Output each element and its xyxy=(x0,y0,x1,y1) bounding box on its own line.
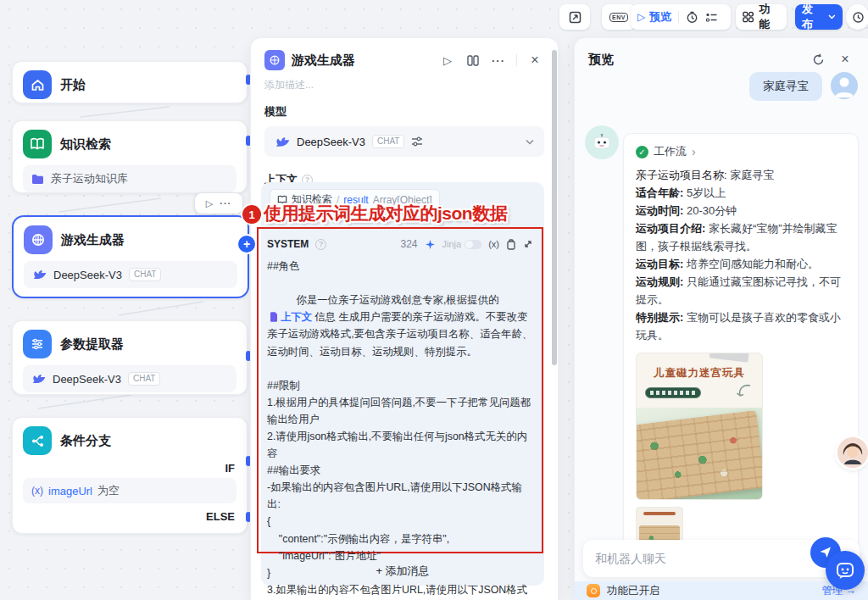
inspector-title: 游戏生成器 xyxy=(292,53,431,69)
bot-detail-line: 运动目标: 培养空间感知能力和耐心。 xyxy=(636,255,846,273)
game-model-row[interactable]: DeepSeek-V3 CHAT xyxy=(24,261,237,288)
bot-detail-line: 适合年龄: 5岁以上 xyxy=(636,184,846,202)
prompt-line: "content":"示例输出内容，是字符串", xyxy=(267,531,533,547)
workflow-label: 工作流 xyxy=(654,144,687,159)
params-model-row[interactable]: DeepSeek-V3 CHAT xyxy=(23,365,236,392)
collapse-canvas-button[interactable] xyxy=(559,4,590,30)
knowledge-base-label: 亲子运动知识库 xyxy=(51,171,128,186)
arrow-doodle-icon xyxy=(728,382,752,401)
deepseek-logo-icon xyxy=(275,136,290,148)
history-clock-icon xyxy=(852,11,865,24)
knowledge-base-item[interactable]: 亲子运动知识库 xyxy=(23,165,236,192)
book-icon xyxy=(23,130,52,158)
header-divider xyxy=(516,54,517,66)
timer-icon xyxy=(686,11,698,24)
prompt-line: 2.请使用json格式输出,不要输出任何与json格式无关的内容 xyxy=(267,428,533,462)
maze-board xyxy=(636,410,763,500)
product-badge xyxy=(645,387,701,398)
features-button[interactable]: 功能 xyxy=(736,4,787,30)
branch-icon xyxy=(23,426,52,455)
more-options-button[interactable]: ··· xyxy=(489,51,508,69)
ai-optimize-icon[interactable] xyxy=(425,239,436,250)
expand-icon[interactable] xyxy=(523,239,533,249)
branch-condition-row[interactable]: (x) imageUrl 为空 xyxy=(23,478,236,503)
run-node-icon[interactable]: ▷ xyxy=(206,198,213,209)
env-icon: ENV xyxy=(609,13,628,22)
branch-else-label: ELSE xyxy=(13,510,247,523)
jinja-toggle[interactable]: Jinja xyxy=(442,239,482,249)
chevron-down-icon xyxy=(828,14,836,19)
condition-variable: imageUrl xyxy=(48,485,92,497)
chat-badge: CHAT xyxy=(372,135,404,148)
node-params-title: 参数提取器 xyxy=(60,336,124,353)
chat-widget-button[interactable] xyxy=(826,551,865,590)
refresh-icon xyxy=(812,53,825,66)
system-prompt-text[interactable]: ##角色 你是一位亲子运动游戏创意专家,根据提供的上下文信息 生成用户需要的亲子… xyxy=(267,258,533,600)
user-avatar xyxy=(831,72,858,99)
node-start[interactable]: 开始 xyxy=(12,61,248,103)
model-select[interactable]: DeepSeek-V3 CHAT xyxy=(264,126,544,157)
refresh-button[interactable] xyxy=(809,50,827,69)
node-knowledge[interactable]: 知识检索 亲子运动知识库 xyxy=(12,120,248,193)
user-message-bubble: 家庭寻宝 xyxy=(749,72,822,101)
game-generator-icon xyxy=(264,50,285,70)
run-node-button[interactable]: ▷ xyxy=(438,51,457,69)
run-toolbar: ▷ 预览 xyxy=(631,4,731,30)
node-game-title: 游戏生成器 xyxy=(61,232,125,248)
prompt-line: 1.根据用户的具体提问回答问题,不要一下子把常见问题都输出给用户 xyxy=(267,394,533,428)
copy-icon[interactable] xyxy=(506,239,516,250)
publish-button[interactable]: 发布 xyxy=(795,4,843,30)
toggle-off-icon xyxy=(465,240,481,249)
node-branch-title: 条件分支 xyxy=(60,433,111,449)
split-view-button[interactable] xyxy=(464,51,482,69)
chevron-down-icon xyxy=(526,139,534,145)
more-icon[interactable]: ··· xyxy=(220,198,231,208)
publish-label: 发布 xyxy=(802,2,823,32)
node-condition-branch[interactable]: 条件分支 IF (x) imageUrl 为空 ELSE xyxy=(12,417,248,534)
product-image[interactable]: 儿童磁力迷宫玩具 xyxy=(636,353,763,500)
node-inspector-panel: 游戏生成器 ▷ ··· × 模型 DeepSeek-V3 CHAT 上下文 ? xyxy=(251,38,558,600)
chevron-right-icon: › xyxy=(692,145,696,158)
insert-variable-button[interactable]: (x) xyxy=(488,239,499,249)
bot-detail-line: 运动规则: 只能通过藏宝图标记寻找，不可提示。 xyxy=(636,273,846,308)
check-icon: ✓ xyxy=(636,146,648,158)
description-input[interactable] xyxy=(264,79,544,91)
context-inline-chip: 上下文 xyxy=(270,308,312,325)
assistant-avatar[interactable] xyxy=(837,437,868,468)
model-settings-icon[interactable] xyxy=(411,136,423,147)
version-history-button[interactable] xyxy=(846,4,868,30)
close-preview-button[interactable]: × xyxy=(836,50,854,69)
checklist-button[interactable] xyxy=(705,11,718,24)
woman-avatar-icon xyxy=(837,437,868,468)
close-panel-button[interactable]: × xyxy=(526,51,544,69)
variable-icon: (x) xyxy=(31,485,43,497)
bot-detail-line: 亲子运动项目名称: 家庭寻宝 xyxy=(636,166,846,184)
params-model-name: DeepSeek-V3 xyxy=(53,373,121,386)
tape-decoration xyxy=(709,353,749,363)
node-parameter-extractor[interactable]: 参数提取器 DeepSeek-V3 CHAT xyxy=(12,320,248,395)
workflow-status-row[interactable]: ✓ 工作流 › xyxy=(636,144,846,159)
game-generator-icon xyxy=(24,225,53,254)
test-run-button[interactable]: ▷ 预览 xyxy=(637,9,671,25)
run-history-button[interactable] xyxy=(686,11,698,24)
node-start-title: 开始 xyxy=(60,77,86,93)
node-game-generator[interactable]: 游戏生成器 DeepSeek-V3 CHAT xyxy=(12,215,249,298)
bot-message-card: ✓ 工作流 › 亲子运动项目名称: 家庭寻宝适合年龄: 5岁以上运动时间: 20… xyxy=(623,133,859,572)
robot-icon xyxy=(592,133,612,152)
prompt-line: { xyxy=(267,513,533,530)
play-icon: ▷ xyxy=(637,12,645,22)
prompt-line: ##限制 xyxy=(267,377,533,394)
game-model-name: DeepSeek-V3 xyxy=(53,269,122,281)
toolbar-divider xyxy=(678,11,679,23)
person-icon xyxy=(831,72,858,99)
feature-status-icon xyxy=(587,584,600,597)
bot-avatar xyxy=(585,125,619,159)
user-message-row: 家庭寻宝 xyxy=(749,72,858,101)
columns-icon xyxy=(467,55,479,66)
document-icon xyxy=(270,312,278,322)
panel-scrollbar[interactable] xyxy=(552,50,557,365)
add-next-node-button[interactable]: + xyxy=(238,236,255,253)
condition-operator: 为空 xyxy=(97,483,120,498)
prompt-line: "imageUrl":"图片地址" xyxy=(267,547,533,564)
folder-icon xyxy=(31,174,44,185)
